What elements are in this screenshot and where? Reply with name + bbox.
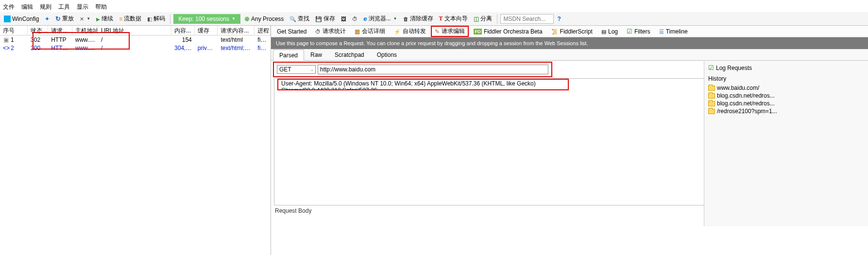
browser-button[interactable]: 浏览器...▼ <box>361 14 399 24</box>
log-icon <box>601 28 606 35</box>
split-icon <box>474 16 479 22</box>
msdn-search-input[interactable] <box>500 14 554 24</box>
tab-composer[interactable]: 请求编辑 <box>431 26 469 37</box>
session-row[interactable]: ▣1302HTTPwww.ba.../154text/htmlfiddl <box>0 35 271 44</box>
decode-button[interactable]: 解码 <box>145 14 167 24</box>
dropdown-icon: ▼ <box>393 17 397 21</box>
request-line: GET⌵ http://www.baidu.com <box>273 62 552 77</box>
tab-statistics[interactable]: 请求统计 <box>311 26 350 37</box>
clear-icon <box>80 16 84 22</box>
menu-file[interactable]: 文件 <box>3 3 15 11</box>
anyprocess-button[interactable]: Any Process <box>242 14 286 23</box>
headers-content[interactable]: User-Agent: Mozilla/5.0 (Windows NT 10.0… <box>277 79 569 90</box>
text-icon <box>439 15 443 22</box>
tab-autoresponder[interactable]: 自动转发 <box>390 26 430 37</box>
menu-edit[interactable]: 编辑 <box>21 3 33 11</box>
tearoff-button[interactable]: 分离 <box>472 14 494 24</box>
decode-icon <box>147 16 152 22</box>
tab-filters[interactable]: Filters <box>623 26 654 36</box>
fo-icon: FO <box>474 29 482 34</box>
ctab-parsed[interactable]: Parsed <box>273 50 304 61</box>
tab-log[interactable]: Log <box>597 27 622 36</box>
camera-icon <box>341 16 346 22</box>
request-body-label: Request Body <box>275 207 311 214</box>
stream-button[interactable]: 流数据 <box>117 14 143 24</box>
menu-rules[interactable]: 规则 <box>40 3 51 11</box>
save-button[interactable]: 保存 <box>313 14 337 24</box>
windows-icon <box>4 16 11 22</box>
tab-inspectors[interactable]: 会话详细 <box>351 26 389 37</box>
col-status[interactable]: 状态... <box>28 26 48 35</box>
timeline-icon <box>659 28 664 35</box>
dropdown-icon: ▼ <box>86 17 90 21</box>
url-input[interactable]: http://www.baidu.com <box>318 65 548 74</box>
menu-view[interactable]: 显示 <box>77 3 88 11</box>
col-reqtype[interactable]: 请求内容... <box>218 26 255 35</box>
dropdown-icon: ⌵ <box>311 68 313 72</box>
col-url[interactable]: URL地址 <box>98 26 171 35</box>
folder-icon <box>708 85 715 91</box>
comment-button[interactable]: ✦ <box>43 15 51 23</box>
keep-sessions-button[interactable]: Keep: 100 sessions▼ <box>173 14 240 24</box>
remove-button[interactable]: ▼ <box>78 15 92 23</box>
separator <box>170 14 170 24</box>
history-item[interactable]: blog.csdn.net/redros... <box>708 100 864 107</box>
folder-icon <box>708 93 715 99</box>
ctab-scratchpad[interactable]: Scratchpad <box>328 49 371 60</box>
folder-icon <box>708 109 715 114</box>
menu-bar: 文件 编辑 规则 工具 显示 帮助 <box>0 2 868 12</box>
col-proto[interactable]: 请求... <box>48 26 72 35</box>
toolbar: WinConfig ✦ 重放 ▼ 继续 流数据 解码 Keep: 100 ses… <box>0 12 868 26</box>
col-proc[interactable]: 进程 <box>255 26 271 35</box>
play-icon <box>96 16 100 22</box>
session-row[interactable]: <>2200HTTPSwww.ba.../304,428private...te… <box>0 44 271 52</box>
separator <box>497 14 497 24</box>
lightning-icon <box>394 28 401 35</box>
textwizard-button[interactable]: 文本向导 <box>437 14 470 24</box>
tab-fiddler-orchestra[interactable]: FOFiddler Orchestra Beta <box>470 27 546 36</box>
dropdown-icon: ▼ <box>232 17 236 21</box>
col-num[interactable]: 序号 <box>0 26 28 35</box>
col-cache[interactable]: 缓存 <box>195 26 218 35</box>
trash-icon <box>403 16 408 22</box>
ie-icon <box>363 15 367 22</box>
edit-icon <box>435 28 440 35</box>
sessions-header: 序号 状态... 请求... 主机地址 URL地址 内容... 缓存 请求内容.… <box>0 26 271 35</box>
method-select[interactable]: GET⌵ <box>277 65 316 74</box>
ctab-raw[interactable]: Raw <box>304 49 328 60</box>
log-requests-checkbox[interactable]: Log Requests <box>708 64 864 71</box>
find-icon <box>289 16 296 22</box>
composer-hint: Use this page to compose a Request. You … <box>271 37 868 49</box>
history-item[interactable]: blog.csdn.net/redros... <box>708 92 864 100</box>
col-content[interactable]: 内容... <box>171 26 195 35</box>
clearcache-button[interactable]: 清除缓存 <box>401 14 435 24</box>
history-item[interactable]: www.baidu.com/ <box>708 84 864 92</box>
tab-timeline[interactable]: Timeline <box>655 27 692 36</box>
sessions-body[interactable]: ▣1302HTTPwww.ba.../154text/htmlfiddl<>22… <box>0 35 271 255</box>
screenshot-button[interactable] <box>339 15 348 23</box>
menu-tools[interactable]: 工具 <box>58 3 70 11</box>
go-button[interactable]: 继续 <box>94 14 115 24</box>
timer-button[interactable] <box>350 15 359 23</box>
stream-icon <box>119 16 122 22</box>
winconfig-button[interactable]: WinConfig <box>2 15 41 23</box>
script-icon <box>551 28 558 35</box>
replay-icon <box>55 15 61 22</box>
check-icon <box>708 64 714 71</box>
log-history-panel: Log Requests History www.baidu.com/blog.… <box>704 61 868 226</box>
menu-help[interactable]: 帮助 <box>95 3 107 11</box>
history-item[interactable]: /redrose2100?spm=1... <box>708 107 864 115</box>
history-label: History <box>708 75 864 82</box>
replay-button[interactable]: 重放 <box>53 14 76 24</box>
grid-icon <box>355 28 360 35</box>
clock-icon <box>352 16 357 22</box>
tab-fiddlerscript[interactable]: FiddlerScript <box>547 27 596 36</box>
inspector-tabs: Get Started 请求统计 会话详细 自动转发 请求编辑 FOFiddle… <box>271 26 868 37</box>
help-button[interactable] <box>556 15 563 23</box>
tab-getstarted[interactable]: Get Started <box>273 27 310 36</box>
composer-tabs: Parsed Raw Scratchpad Options <box>271 49 868 61</box>
save-icon <box>315 16 322 22</box>
col-host[interactable]: 主机地址 <box>72 26 98 35</box>
ctab-options[interactable]: Options <box>371 49 403 60</box>
find-button[interactable]: 查找 <box>288 14 311 24</box>
